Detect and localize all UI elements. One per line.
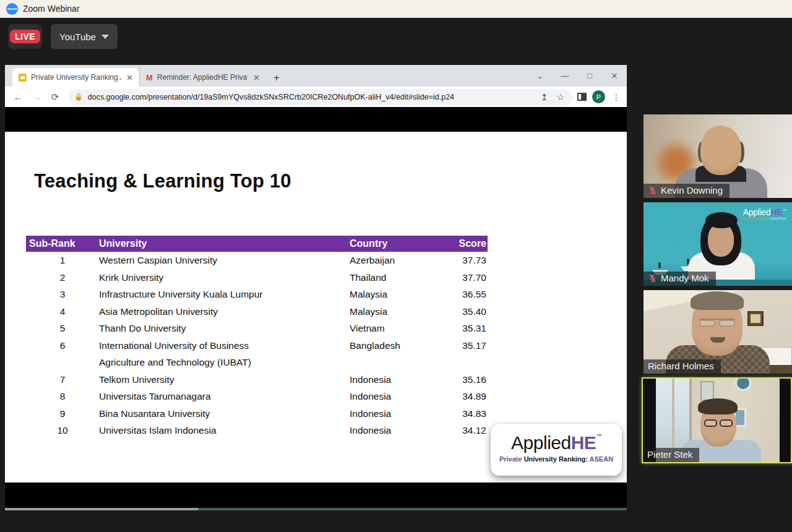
- trademark-symbol: ™: [596, 433, 601, 439]
- bookmark-star-icon[interactable]: ☆: [554, 92, 566, 102]
- cell-country: Indonesia: [350, 371, 418, 388]
- tab-slides[interactable]: Private University Ranking ASEAN ✕: [12, 68, 139, 87]
- tagline-middle: University Ranking:: [522, 455, 590, 463]
- table-row: 10 Universitas Islam Indonesia Indonesia…: [26, 422, 488, 439]
- logo-brand-applied: Applied: [511, 432, 571, 453]
- figure-art: [658, 262, 661, 268]
- table-row: 9 Bina Nusantara University Indonesia 34…: [26, 405, 488, 423]
- muted-mic-icon: [648, 186, 657, 195]
- reload-button[interactable]: ⟳: [47, 92, 63, 103]
- video-tile-mandy-mok[interactable]: AppliedHE™ Skills and Job Ready. Future …: [644, 202, 792, 286]
- cell-subrank: 5: [26, 320, 99, 337]
- table-body: 1 Western Caspian University Azerbaijan …: [26, 252, 488, 439]
- ranking-table: Sub-Rank University Country Score 1 West…: [26, 236, 488, 439]
- logo-tagline: Private University Ranking: ASEAN: [491, 455, 622, 463]
- cell-score: 34.83: [418, 405, 488, 423]
- cell-score: 34.89: [418, 388, 488, 405]
- tab-gmail[interactable]: M Reminder: AppliedHE Private Un ✕: [139, 68, 266, 87]
- cell-subrank: 9: [26, 405, 99, 423]
- cell-country: Indonesia: [350, 388, 418, 405]
- slide-letterbox-top: [5, 107, 627, 132]
- new-tab-button[interactable]: +: [273, 72, 280, 87]
- cell-university: Thanh Do University: [99, 320, 350, 337]
- cell-country: Malaysia: [350, 303, 418, 320]
- window-title: Zoom Webinar: [23, 4, 80, 14]
- video-tile-pieter-stek-active-speaker[interactable]: Pieter Stek: [642, 377, 792, 463]
- tab-title: Private University Ranking ASEAN: [31, 73, 121, 82]
- participant-name: Kevin Downing: [661, 185, 723, 195]
- participant-name-tag: Pieter Stek: [643, 448, 699, 462]
- participant-name: Mandy Mok: [661, 273, 709, 283]
- browser-content: Teaching & Learning Top 10 Sub-Rank Univ…: [5, 107, 627, 510]
- table-row: 6 International University of BusinessAg…: [26, 337, 488, 371]
- address-bar[interactable]: 🔒 docs.google.com/presentation/d/19aS9mY…: [68, 89, 572, 105]
- browser-toolbar: ← → ⟳ 🔒 docs.google.com/presentation/d/1…: [5, 87, 627, 107]
- video-tile-kevin-downing[interactable]: Kevin Downing: [644, 114, 792, 198]
- cell-university: Krirk University: [99, 269, 350, 286]
- cell-score: 35.17: [418, 337, 488, 354]
- cell-country: Indonesia: [350, 405, 418, 423]
- cell-subrank: 1: [26, 252, 99, 269]
- table-row: 4 Asia Metropolitan University Malaysia …: [26, 303, 488, 320]
- cell-university: International University of BusinessAgri…: [99, 337, 350, 371]
- glasses: [704, 419, 733, 427]
- chevron-down-icon: [101, 35, 109, 39]
- picture-frame-art: [747, 311, 764, 326]
- close-icon[interactable]: ✕: [252, 73, 261, 82]
- table-header-row: Sub-Rank University Country Score: [26, 236, 488, 252]
- mustache: [710, 337, 725, 343]
- youtube-label: YouTube: [59, 32, 96, 42]
- cell-subrank: 6: [26, 337, 99, 354]
- cell-university: Universitas Tarumanagara: [99, 388, 350, 405]
- back-button[interactable]: ←: [10, 92, 26, 102]
- cell-university: Infrastructure University Kuala Lumpur: [99, 286, 350, 303]
- table-row: 1 Western Caspian University Azerbaijan …: [26, 252, 488, 269]
- glasses: [699, 319, 735, 327]
- video-tile-richard-holmes[interactable]: Richard Holmes: [644, 290, 792, 374]
- participant-head: [700, 126, 741, 175]
- cell-score: 34.12: [418, 422, 488, 439]
- slide-letterbox-bottom: [5, 483, 627, 508]
- side-panel-icon[interactable]: [577, 93, 587, 101]
- participant-hair: [691, 291, 744, 310]
- table-row: 3 Infrastructure University Kuala Lumpur…: [26, 286, 488, 303]
- bg-logo-he: HE: [770, 207, 782, 217]
- horizontal-scrollbar[interactable]: [5, 508, 627, 510]
- close-icon[interactable]: ✕: [602, 71, 627, 80]
- shared-browser-window: Private University Ranking ASEAN ✕ M Rem…: [5, 65, 627, 510]
- browser-window-controls: ⌄ — □ ✕: [528, 65, 627, 87]
- header-university: University: [99, 235, 350, 252]
- cell-score: 36.55: [418, 286, 488, 303]
- youtube-stream-button[interactable]: YouTube: [51, 24, 118, 49]
- cell-subrank: 8: [26, 388, 99, 405]
- close-icon[interactable]: ✕: [125, 73, 134, 82]
- participant-head: [708, 223, 734, 257]
- forward-button[interactable]: →: [28, 92, 45, 102]
- participant-name-tag: Mandy Mok: [644, 272, 716, 286]
- cell-score: 37.70: [418, 269, 488, 286]
- table-row: 5 Thanh Do University Vietnam 35.31: [26, 320, 488, 337]
- minimize-icon[interactable]: —: [553, 71, 577, 80]
- cell-university: Telkom University: [99, 371, 350, 388]
- cell-subrank: 7: [26, 371, 99, 388]
- table-row: 8 Universitas Tarumanagara Indonesia 34.…: [26, 388, 488, 405]
- cell-score: 35.40: [418, 303, 488, 320]
- share-icon[interactable]: ↥: [539, 92, 550, 102]
- menu-kebab-icon[interactable]: ⋮: [611, 92, 622, 102]
- participant-name: Richard Holmes: [648, 361, 714, 371]
- participant-hair: [705, 212, 738, 228]
- bg-tagline-left: Skills and Job Ready.: [740, 217, 769, 220]
- maximize-icon[interactable]: □: [577, 71, 602, 80]
- appliedhe-logo-card: AppliedHE™ Private University Ranking: A…: [491, 424, 622, 476]
- tagline-asean: ASEAN: [590, 455, 614, 463]
- url-text[interactable]: docs.google.com/presentation/d/19aS9mYQv…: [88, 93, 534, 101]
- cell-university: Universitas Islam Indonesia: [99, 422, 350, 439]
- header-score: Score: [418, 235, 488, 252]
- cell-score: 35.16: [418, 371, 488, 388]
- cell-subrank: 3: [26, 286, 99, 303]
- profile-avatar[interactable]: P: [592, 90, 605, 103]
- restore-down-icon[interactable]: ⌄: [528, 71, 553, 80]
- picture-frame-art: [700, 381, 714, 401]
- muted-mic-icon: [648, 273, 657, 283]
- cell-country: Malaysia: [350, 286, 418, 303]
